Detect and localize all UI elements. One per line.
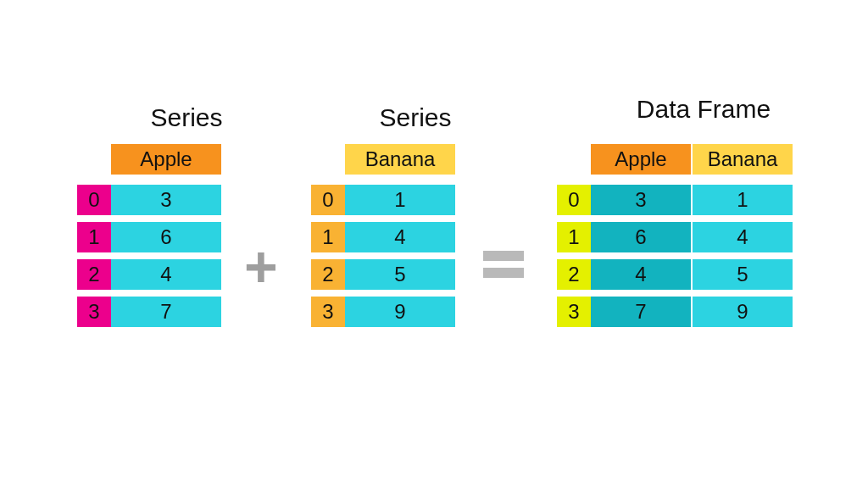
equals-icon-top bbox=[483, 251, 524, 261]
series2-value-2: 5 bbox=[345, 259, 455, 290]
series2-index-2: 2 bbox=[311, 259, 345, 290]
series1-index-1: 1 bbox=[77, 222, 111, 252]
dataframe-col1-2: 4 bbox=[591, 259, 691, 290]
series1-title: Series bbox=[119, 103, 254, 132]
dataframe-col2-0: 1 bbox=[693, 185, 793, 215]
dataframe-col2-1: 4 bbox=[693, 222, 793, 252]
series2-header: Banana bbox=[345, 144, 455, 175]
series1-value-3: 7 bbox=[111, 297, 221, 327]
dataframe-header-0: Apple bbox=[591, 144, 691, 175]
dataframe-col1-3: 7 bbox=[591, 297, 691, 327]
series2-value-1: 4 bbox=[345, 222, 455, 252]
series1-index-0: 0 bbox=[77, 185, 111, 215]
dataframe-title: Data Frame bbox=[593, 95, 814, 124]
dataframe-col1-1: 6 bbox=[591, 222, 691, 252]
dataframe-col2-2: 5 bbox=[693, 259, 793, 290]
plus-icon: + bbox=[244, 237, 278, 295]
dataframe-index-2: 2 bbox=[557, 259, 591, 290]
series2-title: Series bbox=[348, 103, 483, 132]
dataframe-index-3: 3 bbox=[557, 297, 591, 327]
series1-index-2: 2 bbox=[77, 259, 111, 290]
diagram-stage: { "titles": { "series1": "Series", "seri… bbox=[0, 0, 868, 488]
series2-value-3: 9 bbox=[345, 297, 455, 327]
series1-value-2: 4 bbox=[111, 259, 221, 290]
equals-icon-bottom bbox=[483, 268, 524, 278]
dataframe-index-1: 1 bbox=[557, 222, 591, 252]
series2-index-1: 1 bbox=[311, 222, 345, 252]
series2-index-0: 0 bbox=[311, 185, 345, 215]
series1-value-0: 3 bbox=[111, 185, 221, 215]
series1-header: Apple bbox=[111, 144, 221, 175]
series1-value-1: 6 bbox=[111, 222, 221, 252]
dataframe-index-0: 0 bbox=[557, 185, 591, 215]
dataframe-header-1: Banana bbox=[693, 144, 793, 175]
series2-value-0: 1 bbox=[345, 185, 455, 215]
series1-index-3: 3 bbox=[77, 297, 111, 327]
series2-index-3: 3 bbox=[311, 297, 345, 327]
dataframe-col1-0: 3 bbox=[591, 185, 691, 215]
dataframe-col2-3: 9 bbox=[693, 297, 793, 327]
